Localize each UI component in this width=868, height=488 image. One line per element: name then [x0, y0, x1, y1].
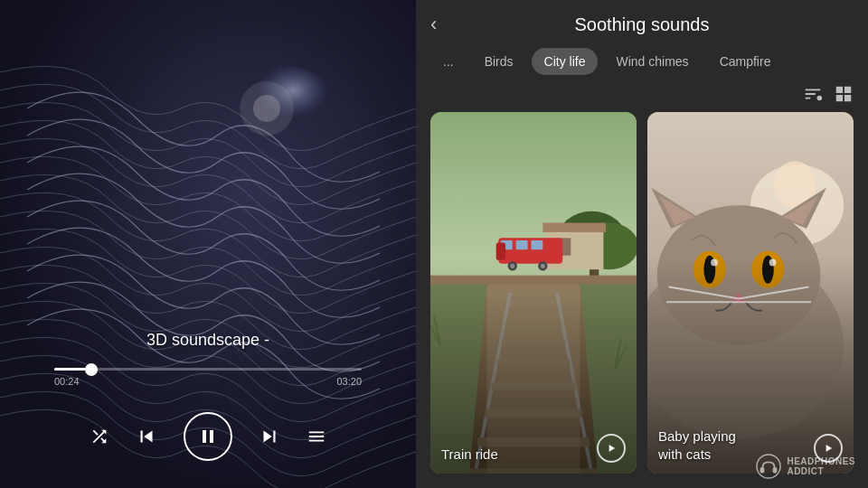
tab-birds[interactable]: Birds [472, 48, 526, 75]
next-button[interactable] [258, 425, 281, 448]
svg-point-59 [757, 455, 780, 478]
page-title: Soothing sounds [434, 14, 850, 35]
train-ride-card[interactable]: Train ride [430, 112, 637, 474]
playback-controls [90, 412, 326, 461]
shuffle-button[interactable] [90, 427, 109, 446]
left-panel: 3D soundscape - 00:24 03:20 [0, 0, 416, 488]
train-card-background [430, 112, 637, 474]
progress-thumb [85, 363, 98, 376]
play-pause-button[interactable] [184, 412, 232, 461]
tab-city-life[interactable]: City life [532, 48, 599, 75]
back-button[interactable]: ‹ [430, 13, 437, 36]
watermark-text: HEADPHONES ADDICT [787, 456, 855, 476]
svg-rect-60 [760, 467, 765, 474]
svg-rect-61 [773, 467, 778, 474]
tabs-container: ... Birds City life Wind chimes Campfire [416, 35, 868, 75]
svg-point-4 [817, 96, 823, 101]
cat-card-background [647, 112, 854, 474]
left-content: 3D soundscape - 00:24 03:20 [0, 331, 416, 461]
baby-cats-label: Baby playingwith cats [658, 427, 736, 463]
right-header: ‹ Soothing sounds [416, 0, 868, 35]
current-time: 00:24 [54, 376, 80, 387]
tab-wind-chimes[interactable]: Wind chimes [603, 48, 701, 75]
right-panel: ‹ Soothing sounds ... Birds City life Wi… [416, 0, 868, 488]
track-title: 3D soundscape - [146, 331, 269, 350]
previous-button[interactable] [135, 425, 158, 448]
tab-campfire[interactable]: Campfire [707, 48, 784, 75]
svg-rect-37 [430, 112, 637, 474]
filter-view-button[interactable] [803, 84, 823, 107]
view-controls [416, 75, 868, 112]
total-time: 03:20 [336, 376, 362, 387]
baby-cats-card[interactable]: Baby playingwith cats [647, 112, 854, 474]
progress-bar-container[interactable]: 00:24 03:20 [54, 368, 362, 387]
queue-button[interactable] [307, 427, 326, 446]
headphones-addict-logo [756, 454, 781, 479]
progress-fill [54, 368, 91, 371]
grid-view-button[interactable] [834, 84, 854, 107]
time-labels: 00:24 03:20 [54, 376, 362, 387]
svg-point-3 [253, 95, 280, 122]
train-ride-play-button[interactable] [597, 434, 626, 463]
watermark: HEADPHONES ADDICT [756, 454, 855, 479]
progress-bar[interactable] [54, 368, 362, 371]
tab-more[interactable]: ... [430, 48, 467, 75]
content-grid: Train ride [416, 112, 868, 488]
train-ride-label: Train ride [441, 446, 498, 464]
svg-rect-58 [647, 112, 854, 474]
